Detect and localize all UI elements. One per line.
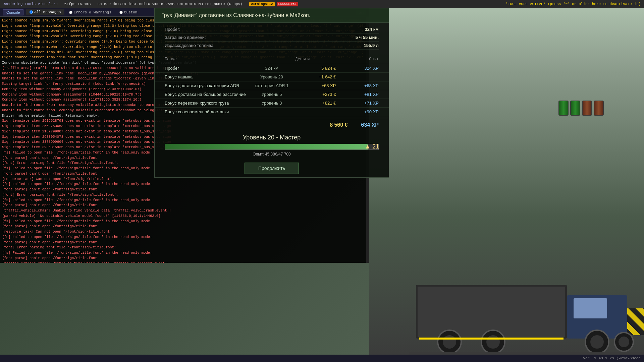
- dc-value: dc:718: [113, 2, 126, 6]
- tab-all-messages[interactable]: All Messages: [26, 9, 64, 15]
- bonus-level: Уровень 3: [250, 101, 293, 106]
- bonus-level: 324 км: [250, 66, 293, 71]
- bonus-xp: +90 XP: [336, 109, 379, 114]
- delivery-stats: Пробег:324 кмЗатрачено времени:5 ч 55 ми…: [155, 23, 389, 52]
- bonus-name: Бонус своевременной доставки: [165, 109, 250, 114]
- log-line: [fs] Failed to open file '/font/sign/tit…: [2, 219, 367, 224]
- bonus-row: Пробег 324 км 5 824 € 324 XP: [155, 64, 389, 73]
- ms-value: 16.4ms: [77, 2, 91, 6]
- bonus-name: Бонус навыка: [165, 74, 250, 79]
- barrel: [558, 101, 569, 116]
- tool-mode-text[interactable]: *TOOL MODE ACTIVE* (press '~' or click h…: [505, 2, 641, 6]
- log-line: [resource_task] Can not open '/font/sign…: [2, 229, 367, 235]
- menu-tools-label[interactable]: Tools: [24, 2, 36, 6]
- log-line: [fs] Failed to open file '/font/sign/tit…: [2, 182, 367, 187]
- bonus-row: Бонус своевременной доставки +90 XP: [155, 108, 389, 116]
- warnings-badge: Warnings:12: [249, 2, 275, 6]
- bonuses-header: Бонус Деньги Опыт: [155, 55, 389, 64]
- log-line: [traffic_vehicle_chain] Unable to find v…: [2, 261, 367, 263]
- delivery-stat-row: Пробег:324 км: [165, 25, 379, 34]
- bonus-money: 5 824 €: [293, 66, 336, 71]
- bonus-money: +821 €: [293, 101, 336, 106]
- bonus-name: Пробег: [165, 66, 250, 71]
- warnings-label: Warnings:: [251, 2, 269, 6]
- xp-bar-fill: [165, 144, 368, 149]
- log-line: [font] Error parsing font file '/font/si…: [2, 245, 367, 250]
- stat-label: Затрачено времени:: [165, 35, 206, 40]
- sc-section: sc:539 dc:718 inst.mdi:0 vm:16225MB tex_…: [97, 2, 242, 6]
- stat-value: 155.9 л: [364, 43, 379, 48]
- errors-label: ERRORS:: [278, 2, 292, 6]
- svg-point-5: [443, 335, 456, 349]
- barrel: [582, 101, 592, 116]
- bonus-level: Уровень 5: [250, 92, 293, 97]
- log-line: [font parse] can't open /font/sign/title…: [2, 224, 367, 229]
- bonus-col-xp: Опыт: [369, 57, 379, 62]
- delivery-title: Груз 'Динамит' доставлен из Славянск-на-…: [155, 8, 389, 23]
- svg-point-11: [619, 337, 629, 347]
- svg-rect-1: [418, 287, 565, 337]
- console-title-button[interactable]: Console: [3, 9, 23, 15]
- ups-value: (0 ups): [227, 2, 242, 6]
- bonus-name: Бонус доставки груза категории ADR: [165, 83, 250, 88]
- delivery-total: 8 560 € 634 XP: [155, 119, 389, 131]
- menu-visualize-label[interactable]: Visualize: [38, 2, 57, 6]
- bonus-level: Уровень 20: [250, 74, 293, 79]
- version-text: ver. 1.43.1.2s (923d963eee: [583, 356, 641, 360]
- tab-errors-radio[interactable]: [69, 11, 72, 14]
- bonus-xp: +71 XP: [336, 101, 379, 106]
- next-level-indicator: ▲ 21: [365, 143, 379, 150]
- log-line: [fs] Failed to open file '/font/sign/tit…: [2, 198, 367, 203]
- top-bar: Rendering Tools Visualize 61fps 16.4ms s…: [0, 0, 644, 8]
- barrel: [570, 101, 580, 116]
- menu-rendering-label[interactable]: Rendering: [3, 2, 22, 6]
- stat-label: Израсходовано топлива:: [165, 43, 215, 48]
- bonus-rows: Пробег 324 км 5 824 € 324 XP Бонус навык…: [155, 64, 389, 116]
- delivery-overlay: Груз 'Динамит' доставлен из Славянск-на-…: [154, 8, 389, 178]
- total-xp: 634 XP: [361, 122, 379, 128]
- level-up-section: Уровень 20 - Мастер ▲ 21 Опыт: 45 386/47…: [155, 131, 389, 160]
- bonus-name: Бонус доставки на большое расстояние: [165, 92, 250, 97]
- warnings-count: 12: [269, 2, 273, 6]
- tab-custom[interactable]: Custom: [116, 10, 141, 15]
- tab-all-label: All Messages: [34, 10, 61, 14]
- stat-value: 324 км: [365, 27, 379, 32]
- bonus-col-money: Деньги: [295, 57, 310, 62]
- truck-svg: [409, 245, 644, 362]
- tab-errors-label: Errors & Warnings: [74, 10, 111, 14]
- xp-progress-text: Опыт: 45 386/47 700: [165, 152, 379, 157]
- svg-point-7: [486, 335, 500, 349]
- log-line: [font parse] can't open /font/sign/title…: [2, 187, 367, 192]
- barrel: [594, 101, 604, 116]
- level-up-title: Уровень 20 - Мастер: [165, 134, 379, 141]
- bonus-row: Бонус навыка Уровень 20 +1 642 €: [155, 73, 389, 81]
- continue-button[interactable]: Продолжить: [245, 163, 299, 174]
- tab-errors-warnings[interactable]: Errors & Warnings: [66, 10, 115, 15]
- tab-all-radio[interactable]: [30, 10, 33, 14]
- delivery-bonuses: Бонус Деньги Опыт Пробег 324 км 5 824 € …: [155, 52, 389, 119]
- delivery-stat-row: Израсходовано топлива:155.9 л: [165, 42, 379, 50]
- log-line: [traffic_vehicle_chain] Unable to find v…: [2, 208, 367, 214]
- game-scene: [369, 0, 644, 362]
- stat-label: Пробег:: [165, 27, 180, 32]
- total-money: 8 560 €: [330, 122, 347, 128]
- warnings-section: Warnings:12 ERRORS:63: [249, 2, 298, 6]
- barrel-group: [558, 101, 604, 116]
- bonus-money: +1 642 €: [293, 74, 336, 79]
- fps-value: 61fps: [64, 2, 75, 6]
- log-line: [font parse] can't open /font/sign/title…: [2, 256, 367, 261]
- errors-count: 63: [292, 2, 297, 6]
- fps-section: 61fps 16.4ms: [64, 2, 91, 6]
- bonus-row: Бонус доставки груза категории ADR катег…: [155, 81, 389, 90]
- tab-custom-radio[interactable]: [119, 11, 123, 14]
- inst-value: inst.mdi:0: [128, 2, 150, 6]
- tex-num-value: tex_num:0: [205, 2, 225, 6]
- log-line: [font parse] can't open /font/sign/title…: [2, 240, 367, 245]
- tab-custom-label: Custom: [124, 10, 138, 14]
- bonus-col-name: Бонус: [165, 57, 177, 62]
- bonus-xp: +81 XP: [336, 92, 379, 97]
- bonus-row: Бонус перевозки хрупкого груза Уровень 3…: [155, 99, 389, 108]
- log-line: [parked_vehicle] 'No suitable vehicle mo…: [2, 214, 367, 219]
- stat-value: 5 ч 55 мин.: [356, 35, 379, 40]
- bonus-name: Бонус перевозки хрупкого груза: [165, 101, 250, 106]
